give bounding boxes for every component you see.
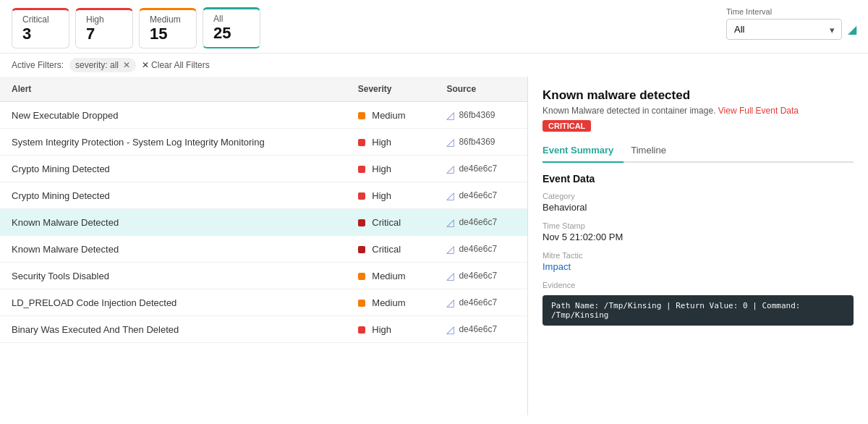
cell-severity: Medium [346,263,435,289]
table-row[interactable]: Security Tools Disabled Medium ◿ de46e6c… [0,263,527,289]
field-group: Category Behavioral [542,192,854,213]
severity-dot [358,326,365,334]
severity-dot [358,246,365,253]
clear-filters-label: Clear All Filters [151,60,210,70]
table-row[interactable]: New Executable Dropped Medium ◿ 86fb4369 [0,102,527,129]
source-icon: ◿ [446,190,454,201]
card-label-all: All [213,14,250,24]
view-full-event-link[interactable]: View Full Event Data [718,106,799,116]
field-group: Time Stamp Nov 5 21:02:00 PM [542,221,854,242]
card-count-medium: 15 [150,25,186,43]
source-icon: ◿ [446,216,454,228]
clear-filters-button[interactable]: ✕ Clear All Filters [142,60,210,70]
field-value: Behavioral [542,202,854,213]
source-icon: ◿ [446,270,454,281]
cell-severity: High [346,182,435,209]
cell-alert: Security Tools Disabled [0,263,346,289]
cell-severity: Medium [346,102,435,129]
cell-alert: LD_PRELOAD Code Injection Detected [0,289,346,316]
field-value: Nov 5 21:02:00 PM [542,232,854,242]
alerts-table: Alert Severity Source New Executable Dro… [0,77,527,343]
severity-dot [358,112,365,119]
field-label: Category [542,192,854,200]
table-row[interactable]: Known Malware Detected Critical ◿ de46e6… [0,209,527,236]
cell-source: ◿ de46e6c7 [435,289,527,316]
table-row[interactable]: Binary Was Executed And Then Deleted Hig… [0,316,527,343]
remove-filter-icon[interactable]: ✕ [123,60,130,70]
active-filters-label: Active Filters: [12,60,64,70]
table-section: Alert Severity Source New Executable Dro… [0,77,528,415]
table-row[interactable]: Crypto Mining Detected High ◿ de46e6c7 [0,182,527,209]
source-icon: ◿ [446,297,454,308]
critical-badge: CRITICAL [542,120,591,132]
evidence-text: Path Name: /Tmp/Kinsing | Return Value: … [542,295,854,326]
source-icon: ◿ [446,109,454,121]
event-data-label: Event Data [542,173,854,185]
tab-row: Event Summary Timeline [542,140,854,163]
cell-source: ◿ de46e6c7 [435,182,527,209]
cell-source: ◿ de46e6c7 [435,209,527,236]
active-filters-bar: Active Filters: severity: all ✕ ✕ Clear … [0,54,868,77]
severity-card-all[interactable]: All 25 [203,7,260,48]
severity-dot [358,273,365,280]
cell-alert: Crypto Mining Detected [0,182,346,209]
col-alert: Alert [0,77,346,102]
card-count-critical: 3 [22,25,59,43]
filter-chip-label: severity: all [75,60,119,70]
cell-source: ◿ de46e6c7 [435,263,527,289]
main-content: Alert Severity Source New Executable Dro… [0,77,868,415]
tab-event-summary[interactable]: Event Summary [542,140,624,163]
severity-dot [358,219,365,226]
field-group: Mitre Tactic Impact [542,251,854,272]
cell-alert: Known Malware Detected [0,236,346,263]
filter-icon[interactable]: ◢ [848,22,856,36]
cell-severity: Critical [346,209,435,236]
detail-subtitle: Known Malware detected in container imag… [542,106,854,116]
severity-dot [358,192,365,200]
severity-filter-chip[interactable]: severity: all ✕ [69,58,136,72]
severity-card-high[interactable]: High 7 [75,8,133,48]
card-label-medium: Medium [150,14,186,25]
cell-severity: High [346,316,435,343]
cell-source: ◿ de46e6c7 [435,236,527,263]
cell-alert: Binary Was Executed And Then Deleted [0,316,346,343]
source-icon: ◿ [446,136,454,148]
detail-title: Known malware detected [542,88,854,103]
time-interval-label: Time Interval [726,7,772,16]
table-row[interactable]: LD_PRELOAD Code Injection Detected Mediu… [0,289,527,316]
cell-source: ◿ de46e6c7 [435,316,527,343]
field-label: Time Stamp [542,221,854,230]
severity-dot [358,300,365,307]
cell-severity: Critical [346,236,435,263]
source-icon: ◿ [446,323,454,335]
top-bar: Critical 3High 7Medium 15All 25 Time Int… [0,0,868,54]
field-value[interactable]: Impact [542,261,854,272]
cell-source: ◿ de46e6c7 [435,156,527,182]
cell-alert: New Executable Dropped [0,102,346,129]
table-row[interactable]: System Integrity Protection - System Log… [0,129,527,156]
field-label: Mitre Tactic [542,251,854,260]
col-severity: Severity [346,77,435,102]
card-label-critical: Critical [22,14,59,25]
col-source: Source [435,77,527,102]
clear-filters-x: ✕ [142,60,149,70]
evidence-label: Evidence [542,281,854,289]
time-interval-select[interactable]: AllLast 1 hourLast 24 hoursLast 7 days [726,19,842,40]
card-label-high: High [86,14,122,25]
table-row[interactable]: Crypto Mining Detected High ◿ de46e6c7 [0,156,527,182]
cell-severity: High [346,129,435,156]
cell-source: ◿ 86fb4369 [435,129,527,156]
source-icon: ◿ [446,163,454,174]
cell-alert: Crypto Mining Detected [0,156,346,182]
source-icon: ◿ [446,243,454,255]
tab-timeline[interactable]: Timeline [631,140,676,163]
severity-card-medium[interactable]: Medium 15 [139,8,197,48]
cell-alert: System Integrity Protection - System Log… [0,129,346,156]
detail-subtitle-text: Known Malware detected in container imag… [542,106,715,116]
evidence-group: Evidence Path Name: /Tmp/Kinsing | Retur… [542,281,854,326]
card-count-all: 25 [213,24,250,43]
cell-severity: Medium [346,289,435,316]
table-row[interactable]: Known Malware Detected Critical ◿ de46e6… [0,236,527,263]
severity-dot [358,166,365,173]
severity-card-critical[interactable]: Critical 3 [12,8,69,48]
